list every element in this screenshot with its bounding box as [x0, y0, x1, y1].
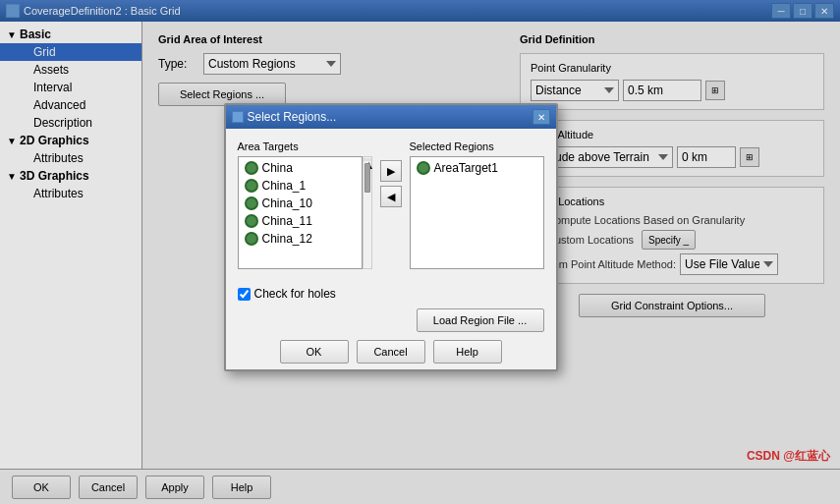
scroll-arrow-up: ▲: [364, 158, 371, 161]
china10-icon: [245, 196, 258, 210]
check-holes-label: Check for holes: [254, 287, 336, 301]
dialog-title: Select Regions...: [232, 110, 337, 124]
add-region-button[interactable]: ▶: [380, 160, 402, 182]
list-item-china1[interactable]: China_1: [241, 177, 360, 195]
selected-regions-col: Selected Regions AreaTarget1: [410, 140, 544, 269]
list-label-china1: China_1: [262, 179, 307, 193]
area-targets-list-wrapper: China China_1 China_10: [238, 156, 372, 269]
dialog-help-button[interactable]: Help: [433, 340, 502, 364]
areatarget1-icon: [417, 161, 430, 175]
check-holes-checkbox[interactable]: [238, 288, 251, 301]
remove-region-button[interactable]: ◀: [380, 186, 402, 207]
list-item-areatarget1[interactable]: AreaTarget1: [413, 159, 541, 177]
list-item-china12[interactable]: China_12: [241, 230, 360, 248]
area-targets-scrollbar[interactable]: ▲: [363, 156, 372, 269]
area-targets-col: Area Targets China China_1: [238, 140, 372, 269]
dialog-cancel-button[interactable]: Cancel: [357, 340, 425, 364]
dialog-button-row: OK Cancel Help: [238, 340, 544, 364]
dialog-title-bar: Select Regions... ✕: [226, 105, 556, 129]
dialog-ok-button[interactable]: OK: [280, 340, 349, 364]
load-btn-row: Load Region File ...: [238, 308, 544, 332]
list-item-china[interactable]: China: [241, 159, 360, 177]
dialog-title-text: Select Regions...: [248, 110, 337, 124]
dialog-overlay: Select Regions... ✕ Area Targets China: [0, 0, 840, 504]
list-item-china10[interactable]: China_10: [241, 195, 360, 212]
select-regions-dialog: Select Regions... ✕ Area Targets China: [224, 103, 558, 371]
dialog-body: Area Targets China China_1: [226, 129, 556, 281]
scroll-thumb[interactable]: [364, 163, 370, 193]
china-icon: [245, 161, 258, 175]
arrow-col: ▶ ◀: [380, 140, 402, 207]
dialog-columns: Area Targets China China_1: [238, 140, 544, 269]
list-label-china11: China_11: [262, 214, 312, 228]
checkbox-row: Check for holes: [238, 287, 544, 301]
china1-icon: [245, 179, 258, 193]
selected-regions-list: AreaTarget1: [410, 156, 544, 269]
list-item-china11[interactable]: China_11: [241, 212, 360, 230]
area-targets-header: Area Targets: [238, 140, 372, 152]
selected-regions-header: Selected Regions: [410, 140, 544, 152]
dialog-close-button[interactable]: ✕: [532, 109, 550, 125]
list-label-china10: China_10: [262, 196, 312, 210]
dialog-footer: Check for holes Load Region File ... OK …: [226, 281, 556, 369]
load-region-file-button[interactable]: Load Region File ...: [417, 308, 544, 332]
china12-icon: [245, 232, 258, 246]
area-targets-list: China China_1 China_10: [238, 156, 363, 269]
list-label-china12: China_12: [262, 232, 312, 246]
list-label-areatarget1: AreaTarget1: [434, 161, 498, 175]
list-label-china: China: [262, 161, 293, 175]
dialog-icon: [232, 111, 244, 123]
china11-icon: [245, 214, 258, 228]
